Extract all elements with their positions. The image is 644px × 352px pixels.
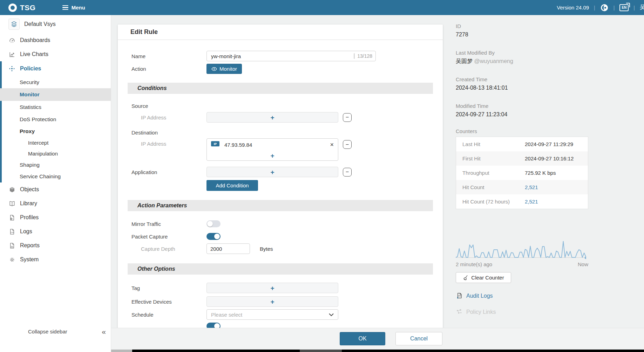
hit-count-72h-link[interactable]: 2,521	[525, 199, 538, 205]
sidebar-item-security[interactable]: Security	[0, 76, 111, 88]
plus-icon: +	[270, 285, 274, 291]
created-time-label: Created Time	[456, 76, 588, 83]
gauge-icon	[8, 37, 15, 44]
sidebar-item-reports[interactable]: Reports	[0, 239, 111, 253]
table-row: Hit Count 2,521	[456, 180, 588, 194]
audit-log-icon: LOG	[456, 292, 463, 299]
chevron-down-icon	[329, 313, 334, 316]
destination-remove-button[interactable]: −	[343, 140, 352, 149]
user-menu[interactable]: 吴	[640, 4, 644, 11]
schedule-select[interactable]: Please select	[206, 309, 338, 320]
hit-count-link[interactable]: 2,521	[525, 184, 538, 190]
counters-label: Counters	[456, 128, 588, 134]
conditions-section-header: Conditions	[128, 83, 433, 94]
menu-button[interactable]: Menu	[62, 4, 85, 11]
policy-links-link[interactable]: Policy Links	[456, 309, 588, 316]
tag-add-box[interactable]: +	[206, 283, 338, 293]
report-file-icon	[8, 242, 15, 249]
clear-counter-button[interactable]: Clear Counter	[456, 272, 511, 283]
globe-icon[interactable]	[600, 4, 609, 12]
spark-end-label: Now	[578, 261, 588, 267]
sidebar-item-logs[interactable]: LOG Logs	[0, 225, 111, 239]
destination-ip-box: IP 47.93.59.84 × +	[206, 138, 338, 161]
plus-icon: +	[270, 298, 274, 305]
id-value: 7278	[456, 31, 588, 39]
destination-ip-add[interactable]: +	[207, 151, 338, 160]
tsg-logo-icon	[8, 4, 17, 12]
svg-text:LOG: LOG	[458, 295, 462, 297]
sidebar-item-monitor[interactable]: Monitor	[0, 88, 111, 101]
source-ip-label: IP Address	[131, 115, 206, 120]
packet-capture-toggle[interactable]	[206, 233, 221, 240]
ip-chip: IP 47.93.59.84 ×	[207, 139, 338, 151]
application-add-box[interactable]: +	[206, 167, 338, 177]
language-icon[interactable]: EN	[619, 4, 629, 11]
destination-ip-value: 47.93.59.84	[224, 142, 252, 148]
sidebar: Default Vsys Dashboards Live Charts Poli…	[0, 15, 111, 352]
sidebar-item-proxy[interactable]: Proxy	[0, 125, 111, 137]
topbar: TSG Menu Version 24.09 | | EN | 吴	[0, 0, 644, 15]
action-monitor-button[interactable]: Monitor	[206, 64, 242, 74]
collapse-chevrons-icon: «	[102, 328, 106, 335]
sidebar-item-manipulation[interactable]: Manipulation	[0, 148, 111, 159]
other-options-section-header: Other Options	[128, 263, 433, 275]
table-row: Throughput 725.92 K bps	[456, 166, 588, 180]
source-label: Source	[128, 102, 433, 109]
sidebar-item-intercept[interactable]: Intercept	[0, 137, 111, 148]
audit-logs-link[interactable]: LOG Audit Logs	[456, 292, 588, 299]
menu-label: Menu	[72, 5, 85, 11]
effective-devices-label: Effective Devices	[131, 299, 206, 305]
counters-table: Last Hit 2024-09-27 11:29:29 First Hit 2…	[456, 137, 588, 209]
capture-depth-input[interactable]	[206, 243, 250, 254]
mirror-traffic-toggle[interactable]	[206, 220, 221, 227]
created-time-value: 2024-08-13 18:41:01	[456, 84, 588, 92]
add-condition-button[interactable]: Add Condition	[206, 180, 258, 191]
sidebar-item-shaping[interactable]: Shaping	[0, 159, 111, 171]
sidebar-item-library[interactable]: Library	[0, 196, 111, 210]
modified-time-label: Modified Time	[456, 102, 588, 110]
sidebar-item-default-vsys[interactable]: Default Vsys	[0, 15, 111, 33]
version-label: Version 24.09	[557, 5, 589, 11]
sidebar-item-objects[interactable]: Objects	[0, 182, 111, 196]
plus-icon: +	[270, 114, 274, 121]
sidebar-item-live-charts[interactable]: Live Charts	[0, 47, 111, 61]
id-label: ID	[456, 22, 588, 30]
tsg-logo-text: TSG	[20, 4, 36, 12]
application-remove-button[interactable]: −	[343, 168, 352, 177]
collapse-sidebar-button[interactable]: Collapse sidebar «	[0, 327, 111, 336]
name-input-field[interactable]	[211, 53, 354, 59]
book-icon	[8, 200, 15, 207]
schedule-label: Schedule	[131, 312, 206, 318]
destination-ip-label: IP Address	[131, 141, 206, 147]
traffic-sparkline: 2 minute(s) ago Now	[456, 241, 588, 267]
name-input[interactable]: 13/128	[206, 51, 376, 61]
scrollbar-thumb[interactable]	[300, 350, 342, 352]
source-ip-add-box[interactable]: +	[206, 112, 338, 123]
sidebar-item-policies[interactable]: Policies	[0, 61, 111, 76]
packet-capture-label: Packet Capture	[131, 234, 206, 240]
dialog-title: Edit Rule	[118, 25, 443, 40]
sidebar-item-profiles[interactable]: Profiles	[0, 210, 111, 225]
table-row: Hit Count (72 hours) 2,521	[456, 194, 588, 209]
sidebar-item-system[interactable]: System	[0, 253, 111, 267]
share-network-icon	[456, 309, 463, 316]
sidebar-item-dashboards[interactable]: Dashboards	[0, 33, 111, 47]
sidebar-item-dos-protection[interactable]: DoS Protection	[0, 113, 111, 125]
sidebar-item-statistics[interactable]: Statistics	[0, 101, 111, 113]
effective-devices-add-box[interactable]: +	[206, 296, 338, 307]
sidebar-item-service-chaining[interactable]: Service Chaining	[0, 171, 111, 182]
action-parameters-section-header: Action Parameters	[128, 200, 433, 211]
remove-ip-icon[interactable]: ×	[330, 142, 334, 148]
tsg-logo: TSG	[8, 4, 36, 12]
policies-icon	[8, 65, 15, 72]
log-file-icon: LOG	[8, 228, 15, 235]
cancel-button[interactable]: Cancel	[395, 332, 442, 345]
eye-icon	[211, 67, 217, 71]
edit-rule-dialog: Edit Rule Name 13/128 Action	[118, 25, 443, 329]
action-label: Action	[131, 66, 206, 72]
source-remove-button[interactable]: −	[343, 113, 352, 122]
name-label: Name	[131, 53, 206, 59]
ok-button[interactable]: OK	[340, 332, 385, 345]
rule-info-panel: ID 7278 Last Modified By 吴圆梦 @wuyuanmeng…	[456, 15, 588, 316]
input-divider	[354, 53, 355, 59]
